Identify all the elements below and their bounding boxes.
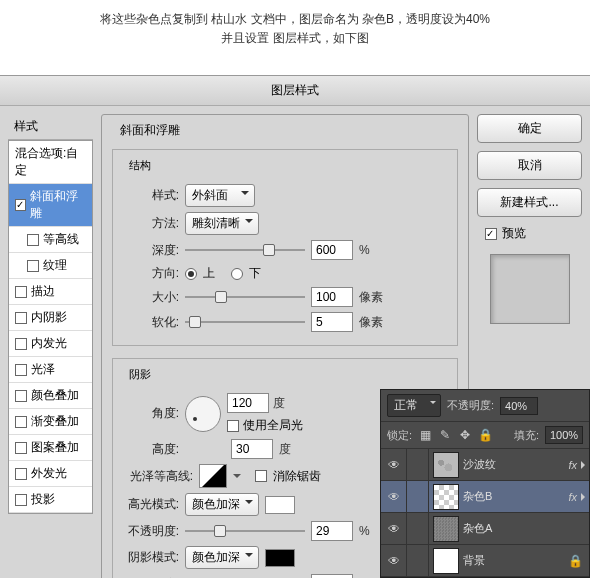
inner-shadow-checkbox[interactable] [15, 312, 27, 324]
fx-icon[interactable]: fx [568, 459, 577, 471]
angle-label: 角度: [121, 405, 179, 422]
outer-glow-row[interactable]: 外发光 [9, 461, 92, 487]
size-input[interactable]: 100 [311, 287, 353, 307]
layer-row[interactable]: 👁 杂色B fx [381, 481, 589, 513]
grad-overlay-checkbox[interactable] [15, 416, 27, 428]
chevron-icon[interactable] [581, 461, 589, 469]
visibility-icon[interactable]: 👁 [381, 481, 407, 512]
lock-pixels-icon[interactable]: ▦ [418, 428, 432, 442]
preview-checkbox[interactable] [485, 228, 497, 240]
texture-row[interactable]: 纹理 [9, 253, 92, 279]
gloss-contour-picker[interactable] [199, 464, 227, 488]
stroke-row[interactable]: 描边 [9, 279, 92, 305]
bevel-group-title: 斜面和浮雕 [116, 122, 184, 139]
direction-up-label: 上 [203, 265, 215, 282]
grad-overlay-row[interactable]: 渐变叠加 [9, 409, 92, 435]
opacity-input[interactable]: 40% [500, 397, 538, 415]
highlight-opacity-unit: % [359, 524, 370, 538]
highlight-color-swatch[interactable] [265, 496, 295, 514]
texture-checkbox[interactable] [27, 260, 39, 272]
altitude-input[interactable]: 30 [231, 439, 273, 459]
drop-shadow-row[interactable]: 投影 [9, 487, 92, 513]
depth-input[interactable]: 600 [311, 240, 353, 260]
pat-overlay-label: 图案叠加 [31, 439, 79, 456]
size-slider[interactable] [185, 290, 305, 304]
visibility-icon[interactable]: 👁 [381, 545, 407, 576]
shadow-mode-select[interactable]: 颜色加深 [185, 546, 259, 569]
direction-up-radio[interactable] [185, 268, 197, 280]
satin-row[interactable]: 光泽 [9, 357, 92, 383]
layer-row[interactable]: 👁 背景 🔒 [381, 545, 589, 577]
depth-unit: % [359, 243, 370, 257]
technique-select[interactable]: 雕刻清晰 [185, 212, 259, 235]
fill-input[interactable]: 100% [545, 426, 583, 444]
layer-row[interactable]: 👁 沙波纹 fx [381, 449, 589, 481]
bevel-checkbox[interactable] [15, 199, 26, 211]
satin-label: 光泽 [31, 361, 55, 378]
layer-thumbnail [433, 516, 459, 542]
gloss-contour-label: 光泽等高线: [121, 468, 193, 485]
contour-row[interactable]: 等高线 [9, 227, 92, 253]
pat-overlay-checkbox[interactable] [15, 442, 27, 454]
antialias-label: 消除锯齿 [273, 468, 321, 485]
highlight-opacity-slider[interactable] [185, 524, 305, 538]
blend-mode-select[interactable]: 正常 [387, 394, 441, 417]
highlight-opacity-input[interactable]: 29 [311, 521, 353, 541]
inner-shadow-row[interactable]: 内阴影 [9, 305, 92, 331]
bevel-row[interactable]: 斜面和浮雕 [9, 184, 92, 227]
lock-label: 锁定: [387, 428, 412, 443]
angle-control[interactable] [185, 396, 221, 432]
highlight-mode-select[interactable]: 颜色加深 [185, 493, 259, 516]
opacity-label: 不透明度: [447, 398, 494, 413]
contour-checkbox[interactable] [27, 234, 39, 246]
soften-input[interactable]: 5 [311, 312, 353, 332]
style-label: 样式: [121, 187, 179, 204]
chevron-down-icon[interactable] [233, 474, 241, 482]
lock-all-icon[interactable]: 🔒 [478, 428, 492, 442]
depth-label: 深度: [121, 242, 179, 259]
style-select[interactable]: 外斜面 [185, 184, 255, 207]
styles-header: 样式 [8, 114, 93, 140]
layer-name: 杂色B [463, 489, 568, 504]
fx-icon[interactable]: fx [568, 491, 577, 503]
global-light-checkbox[interactable] [227, 420, 239, 432]
color-overlay-checkbox[interactable] [15, 390, 27, 402]
lock-brush-icon[interactable]: ✎ [438, 428, 452, 442]
outer-glow-checkbox[interactable] [15, 468, 27, 480]
fill-label: 填充: [514, 428, 539, 443]
preview-label: 预览 [502, 225, 526, 242]
layer-name: 沙波纹 [463, 457, 568, 472]
ok-button[interactable]: 确定 [477, 114, 582, 143]
soften-slider[interactable] [185, 315, 305, 329]
lock-icon: 🔒 [568, 554, 583, 568]
inner-glow-checkbox[interactable] [15, 338, 27, 350]
angle-unit: 度 [273, 395, 285, 412]
shadow-color-swatch[interactable] [265, 549, 295, 567]
lock-move-icon[interactable]: ✥ [458, 428, 472, 442]
visibility-icon[interactable]: 👁 [381, 449, 407, 480]
angle-input[interactable]: 120 [227, 393, 269, 413]
drop-shadow-checkbox[interactable] [15, 494, 27, 506]
blend-options-row[interactable]: 混合选项:自定 [9, 141, 92, 184]
cancel-button[interactable]: 取消 [477, 151, 582, 180]
altitude-unit: 度 [279, 441, 291, 458]
direction-down-radio[interactable] [231, 268, 243, 280]
inner-glow-row[interactable]: 内发光 [9, 331, 92, 357]
stroke-checkbox[interactable] [15, 286, 27, 298]
instruction-line1: 将这些杂色点复制到 枯山水 文档中，图层命名为 杂色B，透明度设为40% [20, 10, 570, 29]
chevron-icon[interactable] [581, 493, 589, 501]
visibility-icon[interactable]: 👁 [381, 513, 407, 544]
pat-overlay-row[interactable]: 图案叠加 [9, 435, 92, 461]
altitude-label: 高度: [121, 441, 179, 458]
layers-panel: 正常 不透明度: 40% 锁定: ▦ ✎ ✥ 🔒 填充: 100% 👁 沙波纹 … [380, 389, 590, 578]
layer-name: 杂色A [463, 521, 589, 536]
color-overlay-row[interactable]: 颜色叠加 [9, 383, 92, 409]
layer-row[interactable]: 👁 杂色A [381, 513, 589, 545]
antialias-checkbox[interactable] [255, 470, 267, 482]
size-label: 大小: [121, 289, 179, 306]
satin-checkbox[interactable] [15, 364, 27, 376]
global-light-label: 使用全局光 [243, 417, 303, 434]
shadow-opacity-input[interactable]: 50 [311, 574, 353, 578]
depth-slider[interactable] [185, 243, 305, 257]
new-style-button[interactable]: 新建样式... [477, 188, 582, 217]
